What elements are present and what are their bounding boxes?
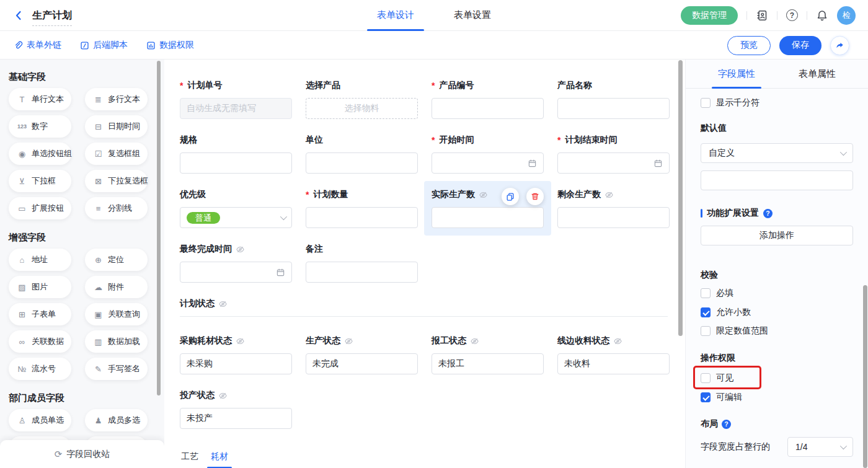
tab-form-properties[interactable]: 表单属性 [799,60,836,89]
field-width-select[interactable]: 1/4 [787,437,853,457]
field-recycle-bin[interactable]: ⟳ 字段回收站 [0,440,164,468]
field-pill-address[interactable]: ⌂地址 [9,249,71,271]
question-circle-icon[interactable]: ? [763,209,773,218]
canvas-scrollbar[interactable] [678,60,683,336]
field-plan-end-time[interactable]: 计划结束时间 [557,134,670,174]
backend-script-link[interactable]: 后端脚本 [80,40,128,51]
field-pill-multi-line-text[interactable]: ≣多行文本 [85,88,148,110]
field-pill-locate[interactable]: ⊕定位 [85,249,148,271]
field-pill-data-load[interactable]: ▥数据加载 [85,330,148,353]
field-launch-status[interactable]: 投产状态 未投产 [180,389,292,429]
checkbox-unchecked[interactable] [701,326,711,336]
field-pill-single-line-text[interactable]: T单行文本 [9,88,71,110]
selected-field-wrapper[interactable]: 实际生产数 [424,181,551,236]
field-pill-image[interactable]: ▨图片 [9,276,71,298]
copy-field-button[interactable] [502,188,519,205]
field-report-status[interactable]: 报工状态 未报工 [432,335,544,374]
field-pill-checkbox-group[interactable]: ☑复选框组 [85,143,148,165]
checkbox-checked[interactable] [701,307,711,317]
receive-status-input[interactable]: 未收料 [557,353,670,374]
field-unit[interactable]: 单位 [306,134,418,174]
field-remark[interactable]: 备注 [306,243,418,283]
final-time-input[interactable] [180,262,292,283]
field-pill-select[interactable]: ⊻下拉框 [9,170,71,192]
field-priority[interactable]: 优先级 普通 [180,188,292,228]
editable-checkbox-row[interactable]: 可编辑 [701,392,853,403]
checkbox-checked[interactable] [701,392,711,402]
start-time-input[interactable] [432,152,544,174]
field-final-time[interactable]: 最终完成时间 [180,243,292,283]
field-plan-no[interactable]: 计划单号 自动生成无需填写 [180,79,292,119]
tab-consumable[interactable]: 耗材 [210,450,229,468]
field-pill-multi-select[interactable]: ⊠下拉复选框 [85,170,148,192]
tab-field-properties[interactable]: 字段属性 [718,60,755,89]
allow-decimal-checkbox-row[interactable]: 允许小数 [701,307,853,318]
actual-qty-input[interactable] [432,207,544,228]
question-circle-icon[interactable]: ? [722,420,731,429]
checkbox-unchecked[interactable] [701,288,711,298]
field-plan-qty[interactable]: 计划数量 [306,188,418,228]
spec-input[interactable] [180,152,292,174]
form-external-link[interactable]: 表单外链 [14,40,61,51]
visible-checkbox-row[interactable]: 可见 [701,373,853,384]
field-pill-divider[interactable]: ≡分割线 [85,197,148,219]
produce-status-input[interactable]: 未完成 [306,353,418,374]
tab-process[interactable]: 工艺 [180,450,200,468]
limit-range-checkbox-row[interactable]: 限定数值范围 [701,325,853,337]
product-code-input[interactable] [432,98,544,119]
field-receive-status[interactable]: 线边收料状态 未收料 [557,335,670,374]
field-actual-qty-selected[interactable]: 实际生产数 [432,188,544,228]
launch-status-input[interactable]: 未投产 [180,408,292,429]
field-pill-linked-query[interactable]: ▣关联查询 [85,303,148,325]
field-produce-status[interactable]: 生产状态 未完成 [306,335,418,374]
remark-input[interactable] [306,262,418,283]
field-pill-attachment[interactable]: ☁附件 [85,276,148,298]
field-purchase-status[interactable]: 采购耗材状态 未采购 [180,335,292,374]
window-scrollbar[interactable] [863,285,867,468]
help-icon[interactable]: ? [786,9,798,21]
plan-no-input[interactable]: 自动生成无需填写 [180,98,292,119]
delete-field-button[interactable] [526,188,544,205]
field-pill-extend-button[interactable]: ▭扩展按钮 [9,197,71,219]
back-icon[interactable] [12,9,25,22]
field-spec[interactable]: 规格 [180,134,292,174]
field-pill-number[interactable]: 123数字 [9,115,71,138]
product-name-input[interactable] [557,98,670,119]
field-product-code[interactable]: 产品编号 [432,79,544,119]
checkbox-unchecked[interactable] [701,98,711,108]
report-status-input[interactable]: 未报工 [432,353,544,374]
sidebar-scrollbar[interactable] [157,61,161,395]
required-checkbox-row[interactable]: 必填 [701,288,853,299]
priority-select[interactable]: 普通 [180,207,292,228]
field-pill-member-multi[interactable]: ♟成员多选 [85,409,148,431]
purchase-status-input[interactable]: 未采购 [180,353,292,374]
field-pill-radio-group[interactable]: ◉单选按钮组 [9,143,71,165]
data-permission-link[interactable]: 数据权限 [146,40,194,51]
select-material-button[interactable]: 选择物料 [306,98,418,119]
checkbox-unchecked[interactable] [701,373,711,383]
unit-input[interactable] [306,152,418,174]
field-pill-datetime[interactable]: ⊟日期时间 [85,115,148,138]
add-action-button[interactable]: 添加操作 [701,226,853,245]
preview-button[interactable]: 预览 [727,36,771,55]
share-button[interactable] [830,36,849,55]
notification-bell-icon[interactable] [816,9,828,22]
field-pill-linked-data[interactable]: ∞关联数据 [9,330,71,353]
field-pill-serial-number[interactable]: №流水号 [9,358,71,380]
field-select-product[interactable]: 选择产品 选择物料 [306,79,418,119]
tab-form-design[interactable]: 表单设计 [377,0,414,31]
remain-qty-input[interactable] [557,207,670,228]
field-start-time[interactable]: 开始时间 [432,134,544,174]
field-product-name[interactable]: 产品名称 [557,79,670,119]
data-manage-button[interactable]: 数据管理 [681,6,738,25]
plan-qty-input[interactable] [306,207,418,228]
avatar[interactable]: 检 [837,6,856,25]
field-pill-signature[interactable]: ✎手写签名 [85,358,148,380]
default-value-select[interactable]: 自定义 [701,143,853,163]
field-plan-status-divider[interactable]: 计划状态 [180,298,668,317]
tab-form-settings[interactable]: 表单设置 [454,0,491,31]
contacts-book-icon[interactable] [756,9,768,22]
field-pill-subform[interactable]: ⊞子表单 [9,303,71,325]
plan-end-time-input[interactable] [557,152,670,174]
thousand-separator-checkbox-row[interactable]: 显示千分符 [701,97,853,108]
